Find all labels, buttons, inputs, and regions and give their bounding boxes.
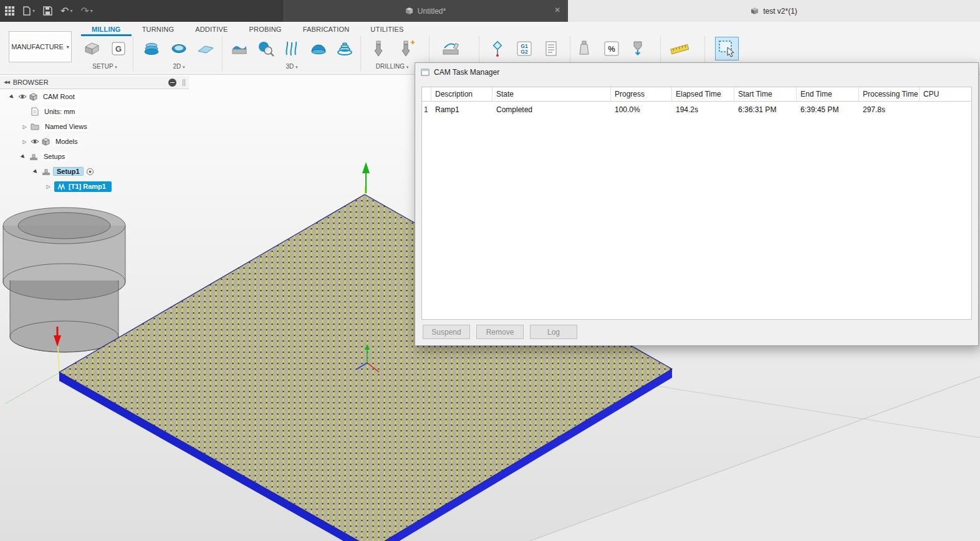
- col-cpu[interactable]: CPU: [920, 87, 971, 101]
- tree-item-cam-root[interactable]: ▶ CAM Root: [0, 89, 189, 104]
- tree-label: Setups: [41, 152, 68, 161]
- redo-icon: ↷: [80, 6, 89, 16]
- tree-item-models[interactable]: ▷ Models: [0, 134, 189, 149]
- measure-icon: [670, 39, 689, 58]
- face-button[interactable]: [194, 37, 218, 60]
- col-processing-time[interactable]: Processing Time: [859, 87, 920, 101]
- manual-nc-button[interactable]: G1 G2: [512, 37, 536, 60]
- minimize-panel-icon[interactable]: [168, 79, 176, 87]
- box-select-icon: [718, 39, 736, 58]
- tree-label: Models: [52, 137, 80, 146]
- remove-button[interactable]: Remove: [476, 325, 524, 339]
- cylinder-model[interactable]: [3, 208, 125, 352]
- cell-state: Completed: [492, 102, 611, 118]
- undo-button[interactable]: ↶ ▾: [60, 6, 72, 16]
- tree-item-setup1[interactable]: ▶ Setup1: [0, 164, 189, 179]
- panel-drag-handle[interactable]: [183, 79, 185, 86]
- group-label-setup[interactable]: SETUP ▾: [92, 63, 117, 70]
- close-tab-icon[interactable]: ✕: [554, 6, 560, 14]
- collapse-panel-icon[interactable]: ◀◀: [4, 80, 9, 85]
- group-label-drilling[interactable]: DRILLING ▾: [376, 63, 408, 70]
- ramp-icon: [335, 39, 354, 58]
- caret-down-icon: ▾: [67, 44, 69, 50]
- document-tab-testv2[interactable]: test v2*(1): [568, 0, 980, 22]
- drill-icon: [369, 39, 388, 58]
- tab-fabrication[interactable]: FABRICATION: [292, 23, 360, 36]
- task-table-header: Description State Progress Elapsed Time …: [422, 87, 971, 102]
- drill-button[interactable]: [367, 37, 390, 60]
- active-setup-radio-icon[interactable]: [86, 168, 94, 176]
- log-button[interactable]: Log: [530, 325, 577, 339]
- scallop-button[interactable]: [307, 37, 330, 60]
- setup-icon: [42, 168, 50, 176]
- visibility-eye-icon[interactable]: [18, 93, 27, 100]
- group-label-2d[interactable]: 2D ▾: [173, 63, 185, 70]
- post-process-button[interactable]: [626, 37, 650, 60]
- expander-icon[interactable]: ▷: [21, 139, 28, 145]
- col-start-time[interactable]: Start Time: [734, 87, 797, 101]
- tab-additive[interactable]: ADDITIVE: [185, 23, 238, 36]
- multi-axis-button[interactable]: [439, 37, 463, 60]
- tree-label: CAM Root: [40, 92, 78, 101]
- operation-ramp1[interactable]: [T1] Ramp1: [54, 181, 112, 192]
- document-tab-untitled[interactable]: Untitled* ✕: [284, 0, 567, 22]
- 3d-pocket-button[interactable]: [254, 37, 277, 60]
- nc-program-icon: [542, 39, 560, 58]
- svg-text:G: G: [115, 44, 122, 54]
- tab-utilities[interactable]: UTILITIES: [360, 23, 414, 36]
- parallel-button[interactable]: [280, 37, 304, 60]
- tool-library-button[interactable]: [572, 37, 596, 60]
- group-label-3d[interactable]: 3D ▾: [286, 63, 297, 70]
- 2d-pocket-button[interactable]: [167, 37, 191, 60]
- save-button[interactable]: [43, 6, 52, 16]
- measure-button[interactable]: [668, 37, 691, 60]
- app-grid-icon[interactable]: [5, 6, 14, 16]
- redo-button[interactable]: ↷ ▾: [80, 6, 92, 16]
- drill-add-button[interactable]: [395, 37, 418, 60]
- expander-icon[interactable]: ▷: [45, 184, 52, 189]
- expander-icon[interactable]: ▶: [19, 152, 27, 161]
- face-icon: [196, 39, 215, 58]
- component-cube-icon: [42, 138, 50, 146]
- expander-icon[interactable]: ▶: [7, 92, 16, 101]
- feeds-speeds-button[interactable]: %: [600, 37, 623, 60]
- 3d-adaptive-button[interactable]: [228, 37, 251, 60]
- task-table[interactable]: Description State Progress Elapsed Time …: [421, 87, 972, 320]
- workspace-selector[interactable]: MANUFACTURE ▾: [9, 31, 72, 62]
- tree-item-units[interactable]: Units: mm: [0, 104, 189, 119]
- suspend-button[interactable]: Suspend: [423, 325, 470, 339]
- visibility-eye-icon[interactable]: [31, 138, 39, 145]
- caret-down-icon: ▾: [70, 8, 72, 14]
- new-setup-button[interactable]: [80, 37, 103, 60]
- col-state[interactable]: State: [492, 87, 611, 101]
- probe-icon: [488, 39, 507, 58]
- box-select-button[interactable]: [715, 37, 739, 60]
- col-elapsed-time[interactable]: Elapsed Time: [672, 87, 734, 101]
- probe-button[interactable]: [486, 37, 509, 60]
- tab-probing[interactable]: PROBING: [238, 23, 292, 36]
- cam-task-manager-dialog[interactable]: CAM Task Manager Description State Progr…: [415, 62, 979, 346]
- expander-icon[interactable]: ▶: [31, 167, 40, 176]
- tab-milling[interactable]: MILLING: [81, 23, 132, 36]
- tab-turning[interactable]: TURNING: [132, 23, 185, 36]
- 2d-adaptive-button[interactable]: [140, 37, 163, 60]
- col-description[interactable]: Description: [431, 87, 492, 101]
- col-end-time[interactable]: End Time: [797, 87, 859, 101]
- cell-description: Ramp1: [431, 102, 492, 118]
- col-progress[interactable]: Progress: [611, 87, 672, 101]
- undo-icon: ↶: [60, 6, 69, 16]
- task-row[interactable]: 1 Ramp1 Completed 100.0% 194.2s 6:36:31 …: [422, 102, 971, 118]
- ramp-button[interactable]: [333, 37, 357, 60]
- expander-icon[interactable]: ▷: [21, 124, 28, 130]
- dialog-titlebar[interactable]: CAM Task Manager: [415, 63, 978, 82]
- cell-processing-time: 297.8s: [859, 102, 920, 118]
- multi-axis-icon: [441, 39, 460, 58]
- file-menu-button[interactable]: ▾: [22, 6, 35, 16]
- gcode-setup-button[interactable]: G: [107, 37, 130, 60]
- tree-item-ramp1[interactable]: ▷ [T1] Ramp1: [0, 179, 189, 194]
- tree-item-setups[interactable]: ▶ Setups: [0, 149, 189, 164]
- group-separator: [133, 36, 133, 71]
- nc-program-button[interactable]: [539, 37, 563, 60]
- tree-item-named-views[interactable]: ▷ Named Views: [0, 119, 189, 134]
- tree-label-selected: Setup1: [53, 167, 84, 176]
